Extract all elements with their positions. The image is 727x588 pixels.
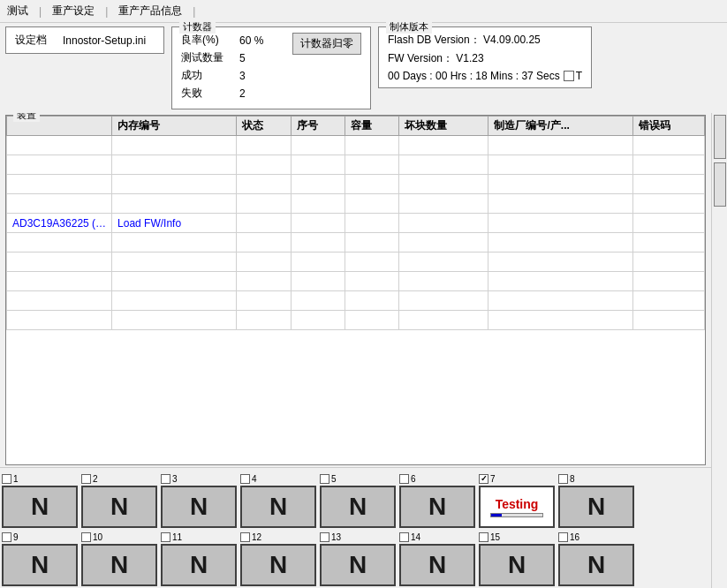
table-row — [7, 136, 705, 155]
flash-db-row: Flash DB Version： V4.09.00.25 — [388, 33, 582, 48]
slot-number: 6 — [411, 474, 416, 484]
slot-item: 1N — [2, 471, 80, 528]
table-row — [7, 194, 705, 214]
slot-box[interactable]: N — [2, 486, 78, 528]
slot-label: ✓7 — [479, 471, 496, 486]
timer-row: 00 Days : 00 Hrs : 18 Mins : 37 Secs T — [388, 70, 582, 82]
slot-number: 2 — [93, 474, 98, 484]
slot-label: 5 — [320, 471, 337, 486]
slot-label-text: N — [31, 551, 49, 579]
slot-checkbox[interactable]: ✓ — [479, 474, 488, 484]
slot-label: 10 — [81, 530, 102, 544]
menu-reproduct-product[interactable]: 重产产品信息 — [115, 2, 186, 20]
slot-label-text: N — [110, 493, 128, 521]
slot-label: 8 — [558, 471, 575, 486]
side-panel — [711, 113, 727, 588]
slot-box[interactable]: N — [399, 486, 475, 528]
menu-bar: 测试 | 重产设定 | 重产产品信息 | — [0, 0, 727, 23]
center-area: 装置 内存编号 状态 序号 容量 坏块数量 制造厂编号/产... — [0, 113, 711, 588]
slot-checkbox[interactable] — [2, 474, 11, 484]
slot-item: 10N — [81, 530, 159, 586]
slot-label-text: N — [269, 493, 287, 521]
slot-box[interactable]: N — [558, 544, 634, 586]
slot-item: 8N — [558, 471, 636, 528]
slot-checkbox[interactable] — [558, 532, 568, 542]
slot-box[interactable]: N — [161, 486, 237, 528]
slot-box[interactable]: N — [81, 486, 157, 528]
slot-label-text: N — [349, 493, 367, 521]
profile-label: 设定档 — [15, 33, 47, 48]
table-row — [7, 272, 705, 291]
counter-section: 计数器 良率(%) 60 % 测试数量 5 成功 3 — [171, 26, 371, 109]
slot-checkbox[interactable] — [240, 532, 250, 542]
fw-version-value: V1.23 — [456, 52, 483, 64]
slot-label: 6 — [399, 471, 416, 486]
slot-checkbox[interactable] — [558, 474, 568, 484]
slot-box[interactable]: N — [320, 486, 396, 528]
slot-checkbox[interactable] — [161, 532, 170, 542]
slot-checkbox[interactable] — [399, 532, 409, 542]
slot-label-text: N — [110, 551, 128, 579]
slot-checkbox[interactable] — [81, 532, 91, 542]
slot-box[interactable]: N — [399, 544, 475, 586]
testing-label: Testing — [496, 497, 539, 511]
slot-item: ✓7Testing — [479, 471, 557, 528]
col-header-6: 制造厂编号/产... — [488, 117, 632, 136]
slot-number: 12 — [252, 532, 261, 542]
reset-counter-button[interactable]: 计数器归零 — [292, 33, 361, 55]
slot-checkbox[interactable] — [81, 474, 91, 484]
slot-label-text: N — [190, 493, 208, 521]
slot-item: 3N — [161, 471, 239, 528]
slot-label: 13 — [320, 530, 341, 544]
slot-item: 5N — [320, 471, 398, 528]
slot-checkbox[interactable] — [2, 532, 11, 542]
slot-number: 11 — [172, 532, 182, 542]
main-window: 测试 | 重产设定 | 重产产品信息 | 设定档 Innostor-Setup.… — [0, 0, 727, 588]
slot-label-text: N — [31, 493, 49, 521]
slot-number: 10 — [93, 532, 102, 542]
side-button-1[interactable] — [714, 115, 726, 159]
slot-item: 13N — [320, 530, 398, 586]
slot-box[interactable]: N — [479, 544, 555, 586]
slot-box[interactable]: N — [558, 486, 634, 528]
table-row — [7, 253, 705, 272]
slot-number: 1 — [13, 474, 19, 484]
counter-row-success: 成功 3 — [181, 68, 284, 83]
slot-box[interactable]: N — [240, 486, 316, 528]
slot-box[interactable]: N — [81, 544, 157, 586]
slot-box[interactable]: N — [2, 544, 78, 586]
device-table-container[interactable]: 内存编号 状态 序号 容量 坏块数量 制造厂编号/产... 错误码 AD3C19… — [6, 116, 705, 464]
slot-number: 15 — [490, 532, 500, 542]
firmware-section: 制体版本 Flash DB Version： V4.09.00.25 FW Ve… — [378, 26, 592, 88]
slot-checkbox[interactable] — [240, 474, 250, 484]
slot-box[interactable]: Testing — [479, 486, 555, 528]
menu-reproduct-settings[interactable]: 重产设定 — [49, 2, 98, 20]
slot-checkbox[interactable] — [399, 474, 409, 484]
col-header-7: 错误码 — [632, 117, 704, 136]
slot-box[interactable]: N — [320, 544, 396, 586]
slot-label: 1 — [2, 471, 19, 486]
slot-checkbox[interactable] — [479, 532, 488, 542]
slot-label-text: N — [587, 551, 605, 579]
profile-value: Innostor-Setup.ini — [63, 34, 146, 47]
col-header-3: 序号 — [291, 117, 345, 136]
col-header-4: 容量 — [345, 117, 398, 136]
slot-box[interactable]: N — [240, 544, 316, 586]
profile-section: 设定档 Innostor-Setup.ini — [5, 26, 164, 54]
toolbar-area: 设定档 Innostor-Setup.ini 计数器 良率(%) 60 % 测试… — [0, 23, 727, 113]
slot-label-text: N — [508, 551, 526, 579]
table-row: AD3C19A36225 (…Load FW/Info — [7, 214, 705, 233]
table-row — [7, 291, 705, 311]
col-header-1: 内存编号 — [112, 117, 237, 136]
slot-checkbox[interactable] — [320, 474, 329, 484]
side-button-2[interactable] — [714, 162, 726, 207]
slot-number: 7 — [490, 474, 496, 484]
slot-checkbox[interactable] — [161, 474, 170, 484]
slot-label: 12 — [240, 530, 261, 544]
slot-box[interactable]: N — [161, 544, 237, 586]
menu-test[interactable]: 测试 — [4, 2, 32, 20]
slot-checkbox[interactable] — [320, 532, 329, 542]
slot-label: 3 — [161, 471, 178, 486]
slot-number: 13 — [331, 532, 341, 542]
timer-checkbox[interactable] — [564, 71, 574, 81]
